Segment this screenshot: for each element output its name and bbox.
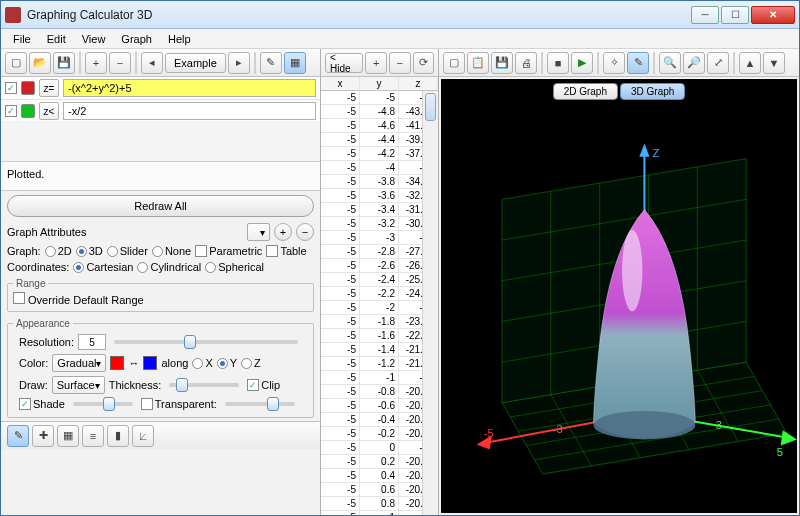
save-button[interactable]: 💾 <box>53 52 75 74</box>
menu-view[interactable]: View <box>74 31 114 47</box>
minimize-button[interactable]: ─ <box>691 6 719 24</box>
equation-input[interactable] <box>63 102 316 120</box>
view-pen-icon[interactable]: ✎ <box>627 52 649 74</box>
table-scrollbar[interactable] <box>422 91 438 515</box>
tool-cube-icon[interactable]: ▦ <box>57 425 79 447</box>
attr-add-button[interactable]: + <box>274 223 292 241</box>
table-row[interactable]: -5-4.6-41.16 <box>321 119 438 133</box>
table-row[interactable]: -5-2.2-24.84 <box>321 287 438 301</box>
table-row[interactable]: -50.4-20.16 <box>321 469 438 483</box>
mid-refresh-button[interactable]: ⟳ <box>413 52 435 74</box>
maximize-button[interactable]: ☐ <box>721 6 749 24</box>
close-button[interactable]: ✕ <box>751 6 795 24</box>
down-icon[interactable]: ▼ <box>763 52 785 74</box>
zoom-in-icon[interactable]: 🔍 <box>659 52 681 74</box>
equation-color-swatch[interactable] <box>21 81 35 95</box>
view-copy-button[interactable]: ▢ <box>443 52 465 74</box>
attr-remove-button[interactable]: − <box>296 223 314 241</box>
draw-mode-select[interactable]: Surface ▾ <box>52 376 105 394</box>
table-row[interactable]: -5-3.4-31.56 <box>321 203 438 217</box>
col-y[interactable]: y <box>360 77 399 91</box>
equation-color-swatch[interactable] <box>21 104 35 118</box>
view-clipboard-button[interactable]: 📋 <box>467 52 489 74</box>
along-x-radio[interactable]: X <box>192 357 212 369</box>
coord-spherical-radio[interactable]: Spherical <box>205 261 264 273</box>
table-row[interactable]: -5-3.8-34.44 <box>321 175 438 189</box>
table-row[interactable]: -5-4.8-43.04 <box>321 105 438 119</box>
shade-checkbox[interactable]: Shade <box>19 398 65 410</box>
menu-edit[interactable]: Edit <box>39 31 74 47</box>
table-row[interactable]: -5-0.8-20.64 <box>321 385 438 399</box>
graph-none-radio[interactable]: None <box>152 245 191 257</box>
tab-3d-graph[interactable]: 3D Graph <box>620 83 685 100</box>
table-row[interactable]: -51-21 <box>321 511 438 515</box>
attr-preset-select[interactable]: ▾ <box>247 223 270 241</box>
pin-button[interactable]: ✎ <box>260 52 282 74</box>
tool-angle-icon[interactable]: ⟀ <box>132 425 154 447</box>
resolution-input[interactable] <box>78 334 106 350</box>
menu-help[interactable]: Help <box>160 31 199 47</box>
table-row[interactable]: -5-4.2-37.64 <box>321 147 438 161</box>
up-icon[interactable]: ▲ <box>739 52 761 74</box>
color-to-swatch[interactable] <box>143 356 157 370</box>
table-row[interactable]: -5-0.4-20.16 <box>321 413 438 427</box>
table-row[interactable]: -50.2-20.04 <box>321 455 438 469</box>
equation-visible-checkbox[interactable] <box>5 82 17 94</box>
new-button[interactable]: ▢ <box>5 52 27 74</box>
table-row[interactable]: -5-0.6-20.36 <box>321 399 438 413</box>
tool-pen-icon[interactable]: ✎ <box>7 425 29 447</box>
equation-visible-checkbox[interactable] <box>5 105 17 117</box>
prev-button[interactable]: ◂ <box>141 52 163 74</box>
table-row[interactable]: -5-3-29 <box>321 231 438 245</box>
equation-lhs-select[interactable]: z= <box>39 79 59 97</box>
table-body[interactable]: -5-5-45-5-4.8-43.04-5-4.6-41.16-5-4.4-39… <box>321 91 438 515</box>
hide-button[interactable]: < Hide <box>325 53 363 73</box>
color-from-swatch[interactable] <box>110 356 124 370</box>
table-row[interactable]: -50.8-20.64 <box>321 497 438 511</box>
table-row[interactable]: -5-4-36 <box>321 161 438 175</box>
transparent-slider[interactable] <box>225 402 295 406</box>
graph-slider-radio[interactable]: Slider <box>107 245 148 257</box>
table-row[interactable]: -5-3.6-32.96 <box>321 189 438 203</box>
grid-button[interactable]: ▦ <box>284 52 306 74</box>
menu-file[interactable]: File <box>5 31 39 47</box>
graph-2d-radio[interactable]: 2D <box>45 245 72 257</box>
table-row[interactable]: -5-1.4-21.96 <box>321 343 438 357</box>
table-row[interactable]: -5-2.6-26.76 <box>321 259 438 273</box>
equation-lhs-select[interactable]: z< <box>39 102 59 120</box>
menu-graph[interactable]: Graph <box>113 31 160 47</box>
along-y-radio[interactable]: Y <box>217 357 237 369</box>
zoom-fit-icon[interactable]: ⤢ <box>707 52 729 74</box>
graph-parametric-checkbox[interactable]: Parametric <box>195 245 262 257</box>
color-mode-select[interactable]: Gradual ▾ <box>52 354 106 372</box>
add-button[interactable]: + <box>85 52 107 74</box>
tool-rainbow-icon[interactable]: ▮ <box>107 425 129 447</box>
override-range-checkbox[interactable]: Override Default Range <box>13 294 144 306</box>
mid-remove-button[interactable]: − <box>389 52 411 74</box>
tool-bars-icon[interactable]: ≡ <box>82 425 104 447</box>
table-row[interactable]: -50-20 <box>321 441 438 455</box>
graph-table-checkbox[interactable]: Table <box>266 245 306 257</box>
clip-checkbox[interactable]: Clip <box>247 379 280 391</box>
col-z[interactable]: z <box>399 77 438 91</box>
transparent-checkbox[interactable]: Transparent: <box>141 398 217 410</box>
along-z-radio[interactable]: Z <box>241 357 261 369</box>
resolution-slider[interactable] <box>114 340 298 344</box>
table-row[interactable]: -5-5-45 <box>321 91 438 105</box>
tab-2d-graph[interactable]: 2D Graph <box>553 83 618 100</box>
table-row[interactable]: -5-0.2-20.04 <box>321 427 438 441</box>
next-button[interactable]: ▸ <box>228 52 250 74</box>
table-row[interactable]: -5-2-24 <box>321 301 438 315</box>
coord-cylindrical-radio[interactable]: Cylindrical <box>137 261 201 273</box>
table-row[interactable]: -5-1.2-21.44 <box>321 357 438 371</box>
table-row[interactable]: -5-2.4-25.76 <box>321 273 438 287</box>
view-save-button[interactable]: 💾 <box>491 52 513 74</box>
col-x[interactable]: x <box>321 77 360 91</box>
table-row[interactable]: -5-3.2-30.24 <box>321 217 438 231</box>
thickness-slider[interactable] <box>169 383 239 387</box>
remove-button[interactable]: − <box>109 52 131 74</box>
view-stop-button[interactable]: ■ <box>547 52 569 74</box>
example-chip[interactable]: Example <box>165 53 226 73</box>
view-print-button[interactable]: 🖨 <box>515 52 537 74</box>
table-row[interactable]: -50.6-20.36 <box>321 483 438 497</box>
